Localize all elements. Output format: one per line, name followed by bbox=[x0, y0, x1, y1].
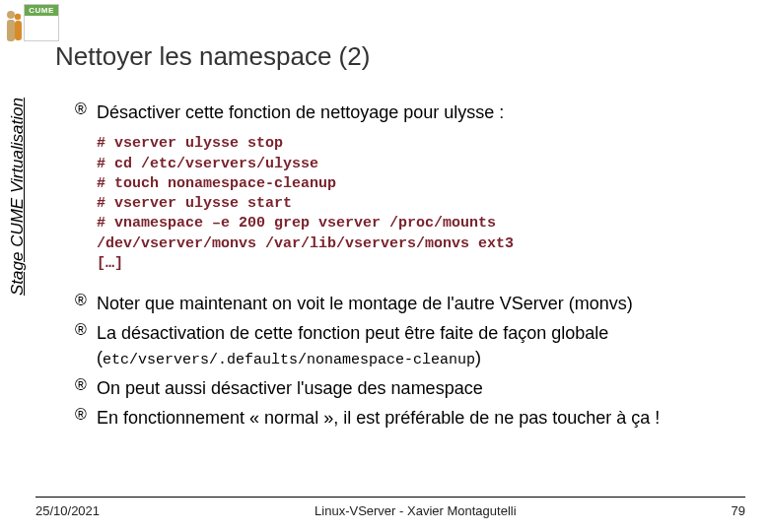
bullet-text: Noter que maintenant on voit le montage … bbox=[97, 292, 633, 315]
logo-area: CUME bbox=[4, 4, 59, 43]
footer: 25/10/2021 Linux-VServer - Xavier Montag… bbox=[35, 497, 745, 518]
code-block: # vserver ulysse stop # cd /etc/vservers… bbox=[97, 134, 739, 274]
bullet-text: En fonctionnement « normal », il est pré… bbox=[97, 406, 660, 430]
footer-date: 25/10/2021 bbox=[35, 503, 100, 518]
page-title: Nettoyer les namespace (2) bbox=[55, 41, 370, 72]
svg-point-1 bbox=[15, 14, 21, 20]
people-icon bbox=[4, 4, 24, 43]
inline-code: etc/vservers/.defaults/nonamespace-clean… bbox=[103, 352, 475, 368]
footer-page: 79 bbox=[732, 503, 745, 518]
bullet-item: ® La désactivation de cette fonction peu… bbox=[75, 321, 739, 370]
bullet-item: ® On peut aussi désactiver l'usage des n… bbox=[75, 376, 739, 400]
arrow-icon: ® bbox=[75, 406, 97, 424]
arrow-icon: ® bbox=[75, 376, 97, 394]
bullet-item: ® En fonctionnement « normal », il est p… bbox=[75, 406, 739, 430]
arrow-icon: ® bbox=[75, 100, 97, 118]
logo-box: CUME bbox=[24, 4, 59, 41]
bullet-text: On peut aussi désactiver l'usage des nam… bbox=[97, 376, 483, 400]
arrow-icon: ® bbox=[75, 292, 97, 309]
bullet-text-post: ) bbox=[475, 348, 481, 367]
bullet-text: Désactiver cette fonction de nettoyage p… bbox=[97, 100, 504, 124]
bullet-text: La désactivation de cette fonction peut … bbox=[97, 321, 739, 370]
bullet-item: ® Noter que maintenant on voit le montag… bbox=[75, 292, 739, 315]
slide-content: ® Désactiver cette fonction de nettoyage… bbox=[75, 100, 739, 435]
svg-rect-2 bbox=[7, 20, 15, 41]
footer-center: Linux-VServer - Xavier Montagutelli bbox=[315, 503, 516, 518]
svg-point-0 bbox=[7, 11, 15, 19]
svg-rect-3 bbox=[15, 21, 22, 40]
arrow-icon: ® bbox=[75, 321, 97, 339]
bullet-item: ® Désactiver cette fonction de nettoyage… bbox=[75, 100, 739, 124]
sidebar-label: Stage CUME Virtualisation bbox=[8, 98, 28, 296]
logo-brand: CUME bbox=[25, 5, 58, 16]
